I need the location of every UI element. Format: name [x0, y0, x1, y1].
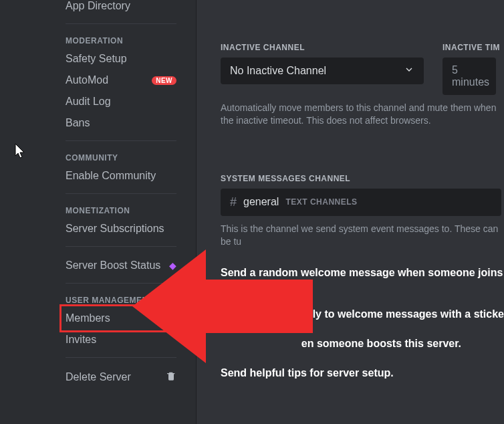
hash-icon: # [230, 195, 237, 209]
sidebar-item-label: AutoMod [66, 74, 108, 86]
chevron-down-icon [404, 64, 414, 78]
sidebar-item-label: Server Subscriptions [66, 223, 164, 235]
sidebar-item-label: App Directory [66, 0, 130, 12]
sidebar-item-audit-log[interactable]: Audit Log [66, 91, 176, 112]
sidebar-item-label: Bans [66, 117, 90, 129]
sidebar-item-label: Members [66, 312, 110, 324]
settings-sidebar: App Directory MODERATION Safety Setup Au… [0, 0, 197, 424]
settings-content: INACTIVE CHANNEL No Inactive Channel INA… [197, 0, 504, 424]
system-messages-label: SYSTEM MESSAGES CHANNEL [221, 174, 504, 183]
toggle-label: to reply to welcome messages with a stic… [283, 308, 504, 320]
inactive-helper-text: Automatically move members to this chann… [221, 102, 504, 127]
sidebar-item-automod[interactable]: AutoMod NEW [66, 70, 176, 91]
toggle-setup-tips[interactable]: Send helpful tips for server setup. [221, 362, 504, 385]
sidebar-item-label: Delete Server [66, 371, 131, 383]
system-messages-helper-text: This is the channel we send system event… [221, 223, 504, 248]
section-header-moderation: MODERATION [66, 24, 176, 48]
sidebar-item-label: Safety Setup [66, 53, 127, 65]
toggle-welcome-sticker[interactable]: to reply to welcome messages with a stic… [221, 303, 504, 326]
toggle-label: en someone boosts this server. [301, 338, 461, 349]
sidebar-item-app-directory[interactable]: App Directory [66, 0, 176, 17]
divider [66, 246, 176, 247]
inactive-timeout-label: INACTIVE TIM [443, 43, 500, 52]
sidebar-item-label: Invites [66, 334, 96, 346]
sidebar-item-server-boost[interactable]: Server Boost Status ◆ [66, 255, 176, 276]
sidebar-item-enable-community[interactable]: Enable Community [66, 165, 176, 187]
section-header-user-management: USER MANAGEMENT [66, 284, 176, 308]
sidebar-item-server-subscriptions[interactable]: Server Subscriptions [66, 218, 176, 239]
inactive-channel-select[interactable]: No Inactive Channel [221, 58, 424, 84]
channel-category: TEXT CHANNELS [285, 197, 357, 207]
sidebar-item-invites[interactable]: Invites [66, 329, 176, 350]
toggle-boost-message[interactable]: en someone boosts this server. [221, 332, 504, 355]
sidebar-item-label: Server Boost Status [66, 259, 160, 272]
toggle-welcome-message[interactable]: Send a random welcome message when someo… [221, 261, 504, 296]
toggle-label: Send helpful tips for server setup. [221, 367, 394, 379]
divider [66, 357, 176, 358]
sidebar-item-safety-setup[interactable]: Safety Setup [66, 48, 176, 70]
sidebar-item-label: Audit Log [66, 96, 111, 108]
select-value: 5 minutes [452, 64, 489, 88]
section-header-monetization: MONETIZATION [66, 194, 176, 218]
channel-name: general [243, 196, 279, 208]
toggle-label: Send a random welcome message when someo… [221, 267, 503, 290]
boost-icon: ◆ [169, 260, 176, 271]
sidebar-item-bans[interactable]: Bans [66, 112, 176, 134]
inactive-channel-label: INACTIVE CHANNEL [221, 43, 424, 52]
sidebar-item-members[interactable]: Members [63, 308, 179, 329]
inactive-timeout-select[interactable]: 5 minutes [443, 58, 496, 95]
sidebar-item-delete-server[interactable]: Delete Server [66, 366, 176, 389]
system-messages-channel-select[interactable]: # general TEXT CHANNELS [221, 189, 501, 216]
new-badge: NEW [152, 76, 176, 85]
select-value: No Inactive Channel [230, 65, 326, 77]
section-header-community: COMMUNITY [66, 141, 176, 165]
sidebar-item-label: Enable Community [66, 170, 156, 182]
trash-icon [166, 370, 176, 384]
